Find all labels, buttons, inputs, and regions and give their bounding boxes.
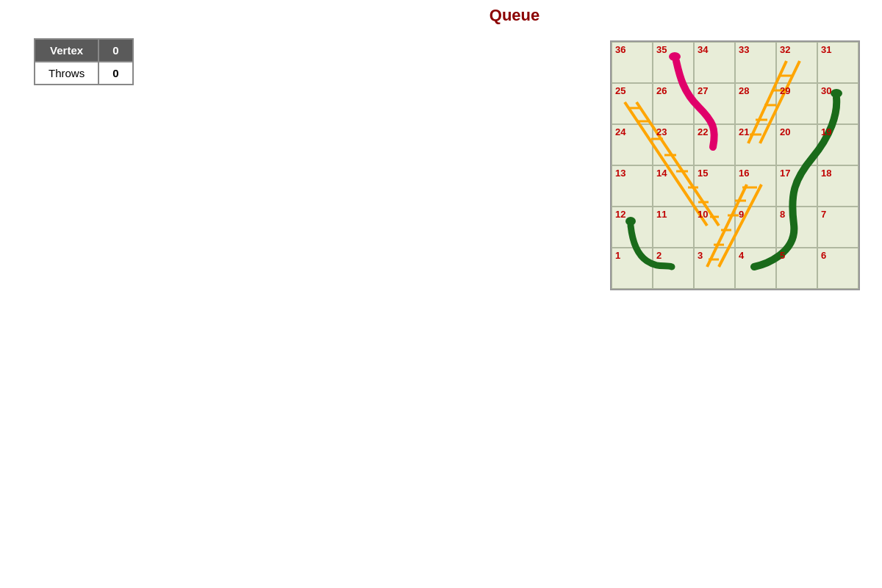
cell-number-25: 25 — [612, 84, 628, 98]
cell-8: 8 — [776, 207, 817, 248]
cell-25: 25 — [612, 83, 653, 124]
cell-number-2: 2 — [653, 248, 664, 262]
cell-number-26: 26 — [653, 84, 670, 98]
cell-number-34: 34 — [695, 43, 711, 57]
vertex-label: Vertex — [35, 39, 98, 62]
cell-20: 20 — [776, 124, 817, 165]
cell-7: 7 — [817, 207, 858, 248]
cell-18: 18 — [817, 165, 858, 207]
cell-number-12: 12 — [612, 207, 628, 221]
cell-29: 29 — [776, 83, 817, 124]
cell-6: 6 — [817, 248, 858, 289]
cell-36: 36 — [612, 42, 653, 83]
cell-26: 26 — [653, 83, 694, 124]
cell-number-3: 3 — [695, 248, 706, 262]
cell-number-31: 31 — [818, 43, 834, 57]
cell-28: 28 — [735, 83, 776, 124]
cell-17: 17 — [776, 165, 817, 207]
cell-32: 32 — [776, 42, 817, 83]
cell-27: 27 — [694, 83, 735, 124]
throws-label: Throws — [35, 62, 98, 85]
vertex-value: 0 — [98, 39, 132, 62]
cell-number-33: 33 — [736, 43, 752, 57]
cell-number-28: 28 — [736, 84, 752, 98]
cell-number-4: 4 — [736, 248, 747, 262]
cell-9: 9 — [735, 207, 776, 248]
cell-16: 16 — [735, 165, 776, 207]
cell-30: 30 — [817, 83, 858, 124]
cell-1: 1 — [612, 248, 653, 289]
cell-2: 2 — [653, 248, 694, 289]
cell-number-21: 21 — [736, 125, 752, 139]
cell-19: 19 — [817, 124, 858, 165]
cell-number-35: 35 — [653, 43, 670, 57]
info-table: Vertex 0 Throws 0 — [34, 38, 134, 85]
cell-number-17: 17 — [777, 166, 793, 180]
cell-35: 35 — [653, 42, 694, 83]
cell-number-14: 14 — [653, 166, 670, 180]
cell-24: 24 — [612, 124, 653, 165]
cell-number-18: 18 — [818, 166, 834, 180]
cell-13: 13 — [612, 165, 653, 207]
cell-number-6: 6 — [818, 248, 829, 262]
cell-number-8: 8 — [777, 207, 788, 221]
cell-number-11: 11 — [653, 207, 670, 221]
cell-number-24: 24 — [612, 125, 628, 139]
cell-number-13: 13 — [612, 166, 628, 180]
cell-number-7: 7 — [818, 207, 829, 221]
cell-31: 31 — [817, 42, 858, 83]
cell-15: 15 — [694, 165, 735, 207]
cell-number-36: 36 — [612, 43, 628, 57]
cell-5: 5 — [776, 248, 817, 289]
cell-number-16: 16 — [736, 166, 752, 180]
cell-number-27: 27 — [695, 84, 711, 98]
game-board: 3635343332312526272829302423222120191314… — [610, 40, 860, 290]
cell-number-23: 23 — [653, 125, 670, 139]
cell-number-5: 5 — [777, 248, 788, 262]
cell-number-32: 32 — [777, 43, 793, 57]
cell-11: 11 — [653, 207, 694, 248]
cell-number-30: 30 — [818, 84, 834, 98]
cell-33: 33 — [735, 42, 776, 83]
cell-number-29: 29 — [777, 84, 793, 98]
cell-23: 23 — [653, 124, 694, 165]
board-grid: 3635343332312526272829302423222120191314… — [610, 40, 860, 290]
cell-10: 10 — [694, 207, 735, 248]
cell-number-10: 10 — [695, 207, 711, 221]
cell-number-22: 22 — [695, 125, 711, 139]
cell-22: 22 — [694, 124, 735, 165]
cell-number-9: 9 — [736, 207, 747, 221]
cell-12: 12 — [612, 207, 653, 248]
throws-value: 0 — [98, 62, 132, 85]
cell-4: 4 — [735, 248, 776, 289]
cell-number-15: 15 — [695, 166, 711, 180]
cell-number-1: 1 — [612, 248, 623, 262]
cell-number-20: 20 — [777, 125, 793, 139]
cell-34: 34 — [694, 42, 735, 83]
cell-number-19: 19 — [818, 125, 834, 139]
cell-3: 3 — [694, 248, 735, 289]
cell-14: 14 — [653, 165, 694, 207]
cell-21: 21 — [735, 124, 776, 165]
page-title: Queue — [147, 0, 882, 25]
